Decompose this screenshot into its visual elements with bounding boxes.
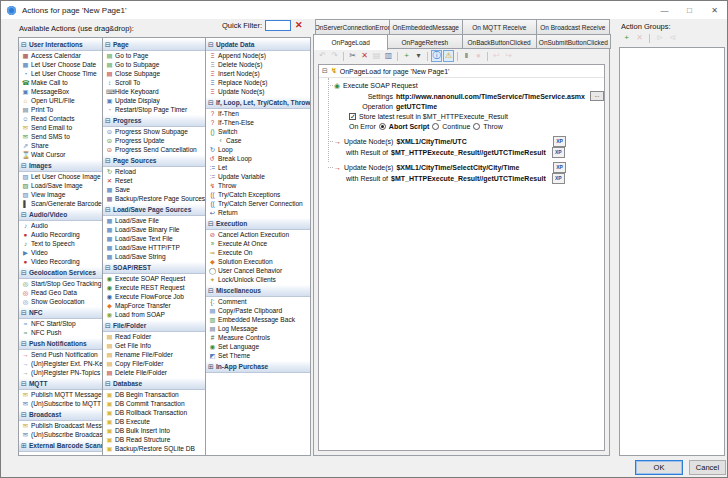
action-item-messagebox[interactable]: ▣MessageBox	[19, 87, 102, 96]
action-item-db-read-structure[interactable]: ▣DB Read Structure	[103, 435, 205, 444]
add-icon[interactable]: +	[401, 50, 412, 62]
action-item-un-subscribe-to-mqtt-topic[interactable]: ✉(Un)Subscribe to MQTT Topic	[19, 399, 102, 408]
action-item-show-geolocation[interactable]: ◎Show Geolocation	[19, 297, 102, 306]
action-item-execute-flowforce-job[interactable]: ◉Execute FlowForce Job	[103, 292, 205, 301]
operation-value[interactable]: getUTCTime	[396, 103, 437, 110]
collapse-icon[interactable]: ⊟	[21, 309, 27, 317]
action-item-mapforce-transfer[interactable]: ◆MapForce Transfer	[103, 301, 205, 310]
action-item-send-email-to[interactable]: ✉Send Email to	[19, 123, 102, 132]
action-item-load-save-file[interactable]: ▦Load/Save File	[103, 216, 205, 225]
action-item-start-stop-geo-tracking[interactable]: ◎Start/Stop Geo Tracking	[19, 279, 102, 288]
action-item-measure-controls[interactable]: #Measure Controls	[206, 333, 310, 342]
action-item-execute-on[interactable]: ⇒Execute On	[206, 248, 310, 257]
action-item-text-to-speech[interactable]: ♪Text to Speech	[19, 239, 102, 248]
action-item-audio[interactable]: ♪Audio	[19, 221, 102, 230]
action-item-audio-recording[interactable]: ●Audio Recording	[19, 230, 102, 239]
cancel-button[interactable]: Cancel	[689, 460, 726, 475]
section-header-broadcast[interactable]: ⊟Broadcast	[19, 408, 102, 421]
action-item-execute-rest-request[interactable]: ◉Execute REST Request	[103, 283, 205, 292]
action-item-copy-paste-clipboard[interactable]: ▤Copy/Paste Clipboard	[206, 306, 310, 315]
action-item-db-rollback-transaction[interactable]: ▣DB Rollback Transaction	[103, 408, 205, 417]
tab-onpagerefresh[interactable]: OnPageRefresh	[387, 34, 462, 49]
section-header-execution[interactable]: ⊟Execution	[206, 217, 310, 230]
action-item-copy-file-folder[interactable]: ▤Copy File/Folder	[103, 359, 205, 368]
collapse-icon[interactable]: ⊟	[21, 41, 27, 49]
action-item-video[interactable]: ▶Video	[19, 248, 102, 257]
xpath-edit-button[interactable]: XP	[552, 147, 565, 158]
tab-onsubmitbuttonclicked[interactable]: OnSubmitButtonClicked	[536, 34, 611, 49]
action-item-progress-update[interactable]: ⊙Progress Update	[103, 136, 205, 145]
warning-toggle-icon[interactable]: ⚠	[443, 50, 454, 62]
action-item-open-url-file[interactable]: ⌂Open URL/File	[19, 96, 102, 105]
action-item-let-user-choose-time[interactable]: ◔Let User Choose Time	[19, 69, 102, 78]
action-item-embedded-message-back[interactable]: ▥Embedded Message Back	[206, 315, 310, 324]
action-item-publish-broadcast-message[interactable]: ✉Publish Broadcast Message	[19, 421, 102, 430]
tab-onembeddedmessage[interactable]: OnEmbeddedMessage	[389, 19, 464, 34]
paste-icon[interactable]: ▥	[383, 50, 394, 62]
action-item-try-catch-server-connection[interactable]: ((Try/Catch Server Connection	[206, 199, 310, 208]
action-item-share[interactable]: ⇗Share	[19, 141, 102, 150]
action-item-load-from-soap[interactable]: ◉Load from SOAP	[103, 310, 205, 319]
section-header-database[interactable]: ⊟Database	[103, 377, 205, 390]
action-item-log-message[interactable]: ▤Log Message	[206, 324, 310, 333]
action-item-reset[interactable]: ✕Reset	[103, 176, 205, 185]
action-item-execute-soap-request[interactable]: ◉Execute SOAP Request	[103, 274, 205, 283]
action-item-reload[interactable]: ↻Reload	[103, 167, 205, 176]
add-dropdown-icon[interactable]: ▾	[413, 50, 424, 62]
action-groups-list[interactable]	[619, 47, 725, 456]
section-header-audio-video[interactable]: ⊟Audio/Video	[19, 208, 102, 221]
action-item-scan-generate-barcode[interactable]: ▌Scan/Generate Barcode	[19, 199, 102, 208]
section-header-file-folder[interactable]: ⊟File/Folder	[103, 319, 205, 332]
action-item-send-sms-to[interactable]: ✉Send SMS to	[19, 132, 102, 141]
action-item-update-node-s[interactable]: ΞUpdate Node(s)	[206, 87, 310, 96]
section-header-nfc[interactable]: ⊟NFC	[19, 306, 102, 319]
section-header-page[interactable]: ⊟Page	[103, 38, 205, 51]
section-header-soap-rest[interactable]: ⊟SOAP/REST	[103, 261, 205, 274]
action-item-cancel-action-execution[interactable]: ⊘Cancel Action Execution	[206, 230, 310, 239]
soap-action-row[interactable]: ◉ Execute SOAP Request	[319, 80, 604, 91]
action-item-delete-node-s[interactable]: ΞDelete Node(s)	[206, 60, 310, 69]
collapse-icon[interactable]: ⊟	[21, 211, 27, 219]
action-item-let-user-choose-image[interactable]: ▨Let User Choose Image	[19, 172, 102, 181]
section-header-external-barcode-scanners[interactable]: ⊞External Barcode Scanners	[19, 439, 102, 452]
expand-icon[interactable]: ⊞	[21, 442, 27, 450]
action-item-switch-db[interactable]: ▣Switch DB	[103, 453, 205, 456]
action-item-execute-at-once[interactable]: »Execute At Once	[206, 239, 310, 248]
maximize-icon[interactable]: □	[677, 1, 702, 19]
collapse-icon[interactable]: ⊟	[21, 340, 27, 348]
action-item-go-to-page[interactable]: ▤Go to Page	[103, 51, 205, 60]
action-item-switch[interactable]: ()Switch	[206, 127, 310, 136]
action-item-if-then[interactable]: ?If-Then	[206, 109, 310, 118]
collapse-icon[interactable]: ⊟	[105, 206, 111, 214]
collapse-icon[interactable]: ⊟	[21, 411, 27, 419]
action-item-restart-stop-page-timer[interactable]: ◔Restart/Stop Page Timer	[103, 105, 205, 114]
update-target-path[interactable]: $XML1/CityTime/SelectCity/City/Time	[396, 164, 519, 171]
section-header-push-notifications[interactable]: ⊟Push Notifications	[19, 337, 102, 350]
section-header-miscellaneous[interactable]: ⊟Miscellaneous	[206, 284, 310, 297]
ok-button[interactable]: OK	[635, 460, 683, 475]
tab-onserverconnectionerror[interactable]: OnServerConnectionError	[315, 19, 390, 34]
collapse-icon[interactable]: ⊟	[21, 269, 27, 277]
collapse-icon[interactable]: ⊟	[208, 287, 214, 295]
action-item-read-contacts[interactable]: ☺Read Contacts	[19, 114, 102, 123]
collapse-icon[interactable]: ⊟	[322, 67, 328, 75]
action-item-un-subscribe-broadcast-topic[interactable]: ✉(Un)Subscribe Broadcast Topic	[19, 430, 102, 439]
action-item-un-register-ext-pn-key[interactable]: →(Un)Register Ext. PN-Key	[19, 359, 102, 368]
action-item-progress-show-subpage[interactable]: ⊙Progress Show Subpage	[103, 127, 205, 136]
radio-continue[interactable]	[432, 123, 439, 130]
collapse-icon[interactable]: ⊟	[21, 380, 27, 388]
tab-onbackbuttonclicked[interactable]: OnBackButtonClicked	[462, 34, 537, 49]
info-toggle-icon[interactable]: ⓘ	[431, 50, 442, 62]
action-item-update-display[interactable]: ▣Update Display	[103, 96, 205, 105]
action-item-print-to[interactable]: ▤Print To	[19, 105, 102, 114]
action-item-publish-mqtt-message[interactable]: ✉Publish MQTT Message	[19, 390, 102, 399]
title-bar[interactable]: Actions for page 'New Page1' —□✕	[1, 1, 727, 19]
action-item-let-user-choose-date[interactable]: ▦Let User Choose Date	[19, 60, 102, 69]
action-item-break-loop[interactable]: ↺Break Loop	[206, 154, 310, 163]
cut-icon[interactable]: ✂	[347, 50, 358, 62]
action-item-rename-file-folder[interactable]: ▤Rename File/Folder	[103, 350, 205, 359]
action-item-make-call-to[interactable]: ☎Make Call to	[19, 78, 102, 87]
update-target-path[interactable]: $XML1/CityTime/UTC	[396, 138, 466, 145]
action-item-video-recording[interactable]: ●Video Recording	[19, 257, 102, 266]
action-item-update-variable[interactable]: :=Update Variable	[206, 172, 310, 181]
